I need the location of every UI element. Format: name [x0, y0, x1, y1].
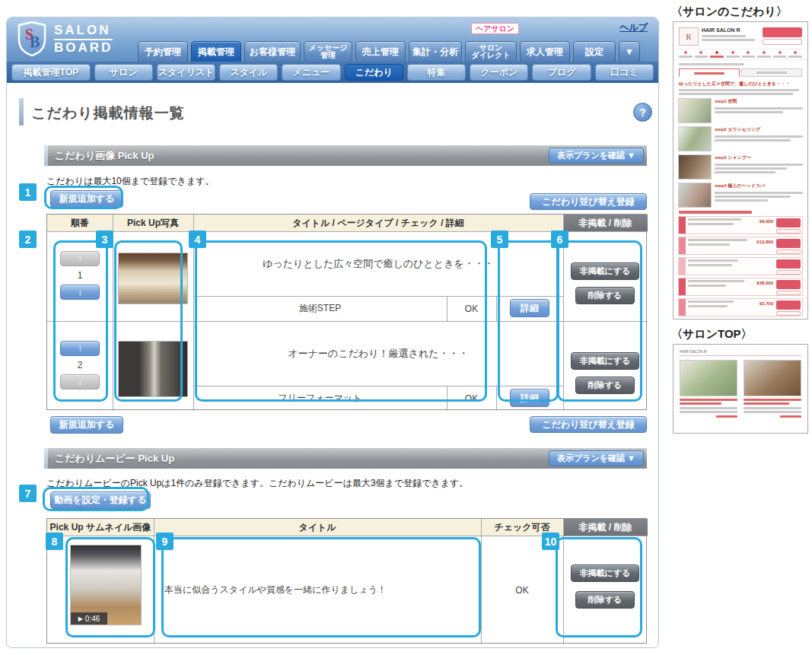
subnav-feature[interactable]: 特集: [407, 64, 466, 81]
row1-move-up-button[interactable]: ↑: [60, 251, 100, 266]
row1-delete-button[interactable]: 削除する: [575, 287, 635, 304]
title-accent-bar: [19, 98, 24, 126]
preview-step-3: step3 シャンプー: [678, 154, 803, 180]
subnav-style[interactable]: スタイル: [219, 64, 278, 81]
movie-section-bar: こだわりムービー Pick Up 表示プランを確認 ▼: [44, 448, 647, 469]
movie-duration: 0:46: [85, 615, 100, 623]
tab-sales[interactable]: 売上管理: [355, 41, 406, 62]
col-header-movie-title: タイトル: [154, 519, 481, 536]
help-link[interactable]: ヘルプ: [619, 21, 648, 34]
row1-move-down-button[interactable]: ↓: [60, 285, 100, 300]
row1-unpublish-button[interactable]: 非掲載にする: [571, 262, 639, 280]
movie-title: 本当に似合うスタイルや質感を一緒に作りましょう！: [154, 536, 481, 644]
row2-page-type: フリーフォーマット: [193, 386, 447, 411]
callout-badge-8: 8: [46, 533, 63, 550]
salon-kodawari-preview: R HAIR SALON R ゆったりとした広々: [673, 21, 808, 320]
row1-pickup-photo: [118, 253, 188, 304]
movie-plan-check-button[interactable]: 表示プランを確認 ▼: [549, 450, 644, 466]
preview-coupon-row: ¥13,800: [678, 237, 803, 255]
callout-badge-3: 3: [96, 231, 113, 248]
callout-badge-1: 1: [19, 183, 37, 201]
preview-step-2: step2 カウンセリング: [678, 126, 803, 151]
row2-move-up-button[interactable]: ↑: [60, 341, 100, 356]
movie-section-note: こだわりムービーのPick Upは1件のみ登録できます。こだわりムービーは最大3…: [46, 477, 468, 490]
row2-detail-button[interactable]: 詳細: [510, 389, 549, 407]
tab-analytics[interactable]: 集計・分析: [409, 41, 462, 62]
subnav-review[interactable]: 口コミ: [595, 64, 654, 81]
preview-coupon-row: [678, 257, 803, 275]
register-movie-button[interactable]: 動画を設定・登録する: [50, 491, 151, 509]
image-plan-check-button[interactable]: 表示プランを確認 ▼: [549, 148, 644, 164]
preview-coupon-row: ¥3,750: [678, 298, 803, 316]
preview2-label: 〈サロンTOP〉: [671, 327, 753, 342]
reorder-button-top[interactable]: こだわり並び替え登録: [530, 193, 647, 210]
row2-unpublish-button[interactable]: 非掲載にする: [571, 352, 639, 370]
tab-messages[interactable]: メッセージ 管理: [304, 41, 352, 62]
main-window: S B SALON BOARD ヘルプ ヘアサロン 予約管理 掲載管理 お客様管…: [6, 17, 659, 648]
tab-salon-direct[interactable]: サロン ダイレクト: [465, 41, 517, 62]
tab-more-dropdown[interactable]: ▼: [619, 41, 640, 62]
col-header-movie-thumb: Pick Up サムネイル画像: [47, 519, 154, 536]
tab-listing[interactable]: 掲載管理: [191, 41, 241, 62]
screen: S B SALON BOARD ヘルプ ヘアサロン 予約管理 掲載管理 お客様管…: [0, 0, 812, 655]
sub-nav: 掲載管理TOP サロン スタイリスト スタイル メニュー こだわり 特集 クーポ…: [7, 62, 658, 83]
movie-check-status: OK: [481, 536, 563, 644]
svg-text:B: B: [30, 33, 40, 50]
preview-coupon-heading: [679, 211, 752, 214]
preview-nav-strip: [673, 49, 807, 60]
col-header-actions: 非掲載 / 削除: [563, 215, 648, 231]
tab-customers[interactable]: お客様管理: [244, 41, 301, 62]
preview2-left-card: [680, 360, 737, 418]
preview2-salon-name: HAIR SALON R: [680, 349, 801, 354]
preview-heading: ゆったりとした広々空間で、癒しのひとときを・・・: [679, 81, 802, 87]
main-nav-tabs: 予約管理 掲載管理 お客様管理 メッセージ 管理 売上管理 集計・分析 サロン …: [138, 41, 640, 62]
tab-recruiting[interactable]: 求人管理: [520, 41, 570, 62]
tab-settings[interactable]: 設定: [573, 41, 616, 62]
row1-order-number: 1: [47, 269, 113, 281]
col-header-order: 順番: [47, 215, 113, 231]
shield-logo-icon: S B: [18, 21, 46, 56]
row2-delete-button[interactable]: 削除する: [575, 377, 635, 394]
salon-board-logo: S B SALON BOARD: [18, 21, 113, 56]
col-header-photo: Pick Up写真: [113, 215, 193, 231]
logo-wordmark: SALON BOARD: [54, 23, 113, 55]
subnav-listing-top[interactable]: 掲載管理TOP: [11, 64, 91, 81]
preview-step-4: step4 極上のヘッドスパ: [678, 183, 803, 208]
callout-badge-6: 6: [551, 231, 568, 248]
callout-badge-9: 9: [156, 533, 174, 550]
subnav-menu[interactable]: メニュー: [282, 64, 340, 81]
page-help-icon[interactable]: ?: [633, 103, 652, 122]
movie-unpublish-button[interactable]: 非掲載にする: [571, 564, 639, 582]
row1-check-status: OK: [447, 296, 496, 321]
col-header-title: タイトル / ページタイプ / チェック / 詳細: [193, 215, 563, 231]
col-header-movie-actions: 非掲載 / 削除: [563, 519, 648, 536]
reorder-button-bottom[interactable]: こだわり並び替え登録: [530, 416, 647, 433]
subnav-kodawari[interactable]: こだわり: [345, 64, 403, 81]
movie-duration-overlay: ▶ 0:46: [71, 612, 107, 625]
movie-thumbnail[interactable]: ▶ 0:46: [70, 545, 142, 625]
preview-coupon-row: ¥38,000: [678, 278, 803, 296]
image-section-bar: こだわり画像 Pick Up 表示プランを確認 ▼: [44, 145, 647, 166]
callout-badge-4: 4: [189, 231, 206, 248]
movie-section-title: こだわりムービー Pick Up: [55, 452, 174, 466]
play-icon: ▶: [78, 615, 83, 622]
row2-title: オーナーのこだわり！厳選された・・・: [193, 321, 563, 386]
movie-delete-button[interactable]: 削除する: [575, 591, 635, 609]
tab-reservation[interactable]: 予約管理: [138, 41, 188, 62]
subnav-stylist[interactable]: スタイリスト: [157, 64, 215, 81]
subnav-coupon[interactable]: クーポン: [470, 64, 528, 81]
preview-salon-name: HAIR SALON R: [702, 27, 759, 33]
subnav-blog[interactable]: ブログ: [532, 64, 591, 81]
top-header: S B SALON BOARD ヘルプ ヘアサロン 予約管理 掲載管理 お客様管…: [7, 17, 658, 62]
row1-detail-button[interactable]: 詳細: [510, 299, 549, 317]
subnav-salon[interactable]: サロン: [94, 64, 153, 81]
preview1-label: 〈サロンのこだわり〉: [671, 5, 788, 19]
row1-page-type: 施術STEP: [193, 296, 447, 321]
callout-badge-10: 10: [542, 533, 559, 550]
row2-pickup-photo: [118, 341, 188, 397]
add-new-button-top[interactable]: 新規追加する: [50, 190, 123, 208]
add-new-button-bottom[interactable]: 新規追加する: [50, 416, 123, 434]
row2-move-down-button[interactable]: ↓: [60, 374, 100, 390]
salon-top-preview: HAIR SALON R: [673, 344, 808, 434]
callout-badge-7: 7: [19, 485, 37, 502]
